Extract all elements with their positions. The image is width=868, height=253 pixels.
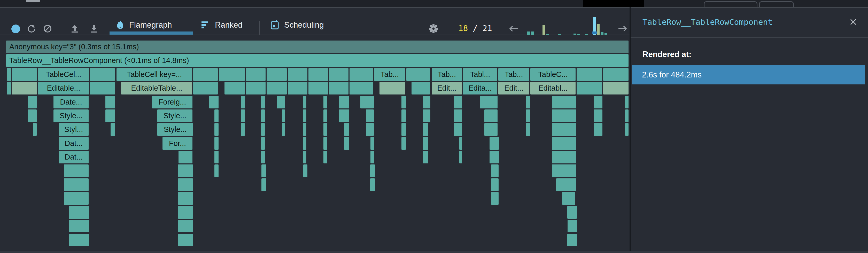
flame-cell[interactable]: [552, 109, 576, 122]
flame-cell[interactable]: [552, 96, 576, 108]
flame-cell[interactable]: [329, 68, 348, 81]
settings-gear-icon[interactable]: [428, 23, 438, 33]
flame-cell[interactable]: [11, 82, 37, 94]
flame-cell[interactable]: [261, 164, 266, 177]
flame-cell[interactable]: [178, 164, 193, 177]
flame-cell[interactable]: [261, 151, 265, 163]
flame-cell[interactable]: Style...: [157, 109, 192, 122]
flame-cell[interactable]: [556, 179, 576, 191]
next-commit-button[interactable]: [616, 24, 629, 34]
flame-cell[interactable]: [423, 123, 428, 136]
flame-cell[interactable]: [224, 82, 245, 94]
flame-cell[interactable]: [423, 151, 428, 163]
flame-cell[interactable]: Anonymous key="3" (0.3ms of 15.1ms): [6, 40, 628, 53]
flame-cell[interactable]: [178, 192, 193, 205]
flame-cell[interactable]: [90, 68, 115, 81]
flame-cell[interactable]: [625, 123, 628, 136]
flame-cell[interactable]: [485, 123, 498, 136]
flame-cell[interactable]: [7, 68, 11, 81]
flame-cell[interactable]: Dat...: [59, 151, 89, 163]
flame-cell[interactable]: [178, 206, 193, 219]
flame-cell[interactable]: [323, 151, 327, 163]
flame-cell[interactable]: [214, 109, 219, 122]
flame-cell[interactable]: [423, 96, 430, 108]
flame-cell[interactable]: [370, 179, 375, 191]
flame-cell[interactable]: [491, 179, 499, 191]
flame-cell[interactable]: [594, 109, 602, 122]
flame-cell[interactable]: [69, 206, 89, 219]
flame-cell[interactable]: [401, 96, 406, 108]
flame-cell[interactable]: [308, 68, 328, 81]
flame-cell[interactable]: [594, 123, 602, 136]
flame-cell[interactable]: [370, 137, 374, 150]
flame-cell[interactable]: [454, 123, 462, 136]
flame-cell[interactable]: [490, 137, 499, 150]
flame-cell[interactable]: [526, 96, 530, 108]
flame-cell[interactable]: [423, 137, 428, 150]
flame-cell[interactable]: For...: [162, 137, 192, 150]
flame-cell[interactable]: [567, 234, 577, 246]
flame-cell[interactable]: Editable...: [38, 82, 89, 94]
flame-cell[interactable]: Tab...: [374, 68, 405, 81]
flame-cell[interactable]: [370, 151, 374, 163]
flame-cell[interactable]: TableC...: [530, 68, 576, 81]
flame-cell[interactable]: Tab...: [432, 68, 462, 81]
flame-cell[interactable]: TableCell key=...: [117, 68, 192, 81]
flame-cell[interactable]: [370, 164, 375, 177]
flame-cell[interactable]: Edita...: [463, 82, 497, 94]
flame-cell[interactable]: [219, 68, 245, 81]
flame-cell[interactable]: [261, 137, 265, 150]
flame-cell[interactable]: [28, 96, 37, 108]
rendered-commit-bar[interactable]: 2.6s for 484.2ms: [632, 65, 865, 85]
previous-commit-button[interactable]: [507, 24, 520, 34]
flame-cell[interactable]: [64, 179, 89, 191]
flame-cell[interactable]: [193, 68, 218, 81]
flame-cell[interactable]: [241, 109, 245, 122]
flame-cell[interactable]: [361, 96, 374, 108]
flame-cell[interactable]: [577, 68, 602, 81]
flame-cell[interactable]: [491, 192, 499, 205]
flame-cell[interactable]: Foreig...: [152, 96, 192, 108]
flame-cell[interactable]: [111, 123, 115, 136]
flame-cell[interactable]: [303, 137, 306, 150]
flame-cell[interactable]: [246, 68, 266, 81]
flame-cell[interactable]: [339, 96, 349, 108]
flame-cell[interactable]: [7, 82, 11, 94]
flame-cell[interactable]: [406, 68, 430, 81]
flame-cell[interactable]: [33, 123, 37, 136]
flame-cell[interactable]: [339, 109, 349, 122]
flame-cell[interactable]: [323, 137, 327, 150]
flame-cell[interactable]: [454, 109, 462, 122]
flame-cell[interactable]: [577, 82, 602, 94]
flame-cell[interactable]: [411, 82, 430, 94]
flame-cell[interactable]: [329, 82, 348, 94]
flame-cell[interactable]: [344, 123, 349, 136]
flame-cell[interactable]: [526, 123, 530, 136]
flame-cell[interactable]: [379, 82, 405, 94]
flame-cell[interactable]: [261, 179, 266, 191]
clear-profile-button[interactable]: [42, 24, 53, 34]
flame-cell[interactable]: [567, 220, 577, 232]
flame-cell[interactable]: Editabl...: [530, 82, 576, 94]
flame-cell[interactable]: [277, 96, 285, 108]
flame-cell[interactable]: [459, 137, 462, 150]
flame-cell[interactable]: [241, 123, 245, 136]
flame-cell[interactable]: [209, 96, 219, 108]
flame-cell[interactable]: [349, 68, 373, 81]
flame-cell[interactable]: [267, 68, 287, 81]
flame-cell[interactable]: [323, 109, 327, 122]
flame-cell[interactable]: Edit...: [498, 82, 529, 94]
import-profile-button[interactable]: [69, 24, 80, 34]
flame-cell[interactable]: [193, 82, 218, 94]
flame-cell[interactable]: [214, 137, 219, 150]
flame-cell[interactable]: [480, 96, 498, 108]
flame-cell[interactable]: [282, 123, 285, 136]
flame-cell[interactable]: Tab...: [498, 68, 529, 81]
flame-cell[interactable]: [454, 96, 462, 108]
flame-cell[interactable]: Dat...: [59, 137, 89, 150]
record-button[interactable]: [11, 25, 20, 33]
flame-cell[interactable]: [401, 123, 406, 136]
close-icon[interactable]: [848, 17, 859, 27]
flame-cell[interactable]: [526, 109, 530, 122]
flame-cell[interactable]: [366, 109, 374, 122]
